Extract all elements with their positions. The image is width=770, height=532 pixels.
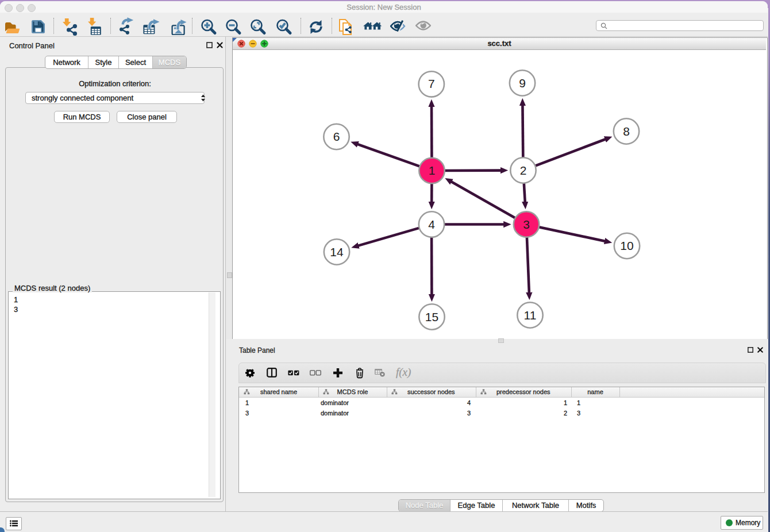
svg-text:4: 4 xyxy=(428,218,435,231)
svg-text:9: 9 xyxy=(519,76,526,90)
svg-text:2: 2 xyxy=(520,164,527,177)
svg-text:11: 11 xyxy=(524,309,537,322)
svg-text:6: 6 xyxy=(333,130,340,143)
svg-text:3: 3 xyxy=(523,218,530,231)
svg-text:10: 10 xyxy=(620,239,633,252)
svg-text:14: 14 xyxy=(330,245,344,259)
svg-text:15: 15 xyxy=(425,310,438,323)
svg-text:1: 1 xyxy=(429,164,436,177)
svg-text:7: 7 xyxy=(428,77,435,90)
svg-text:8: 8 xyxy=(623,125,630,138)
